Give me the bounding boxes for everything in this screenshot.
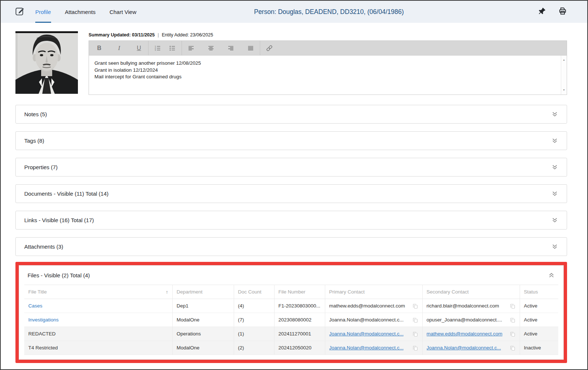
primary-contact-link[interactable]: Joanna.Nolan@modalconnect.c... [329,345,404,351]
copy-icon[interactable] [412,303,418,309]
align-left-button[interactable] [184,41,198,56]
copy-icon[interactable] [412,331,418,337]
copy-icon[interactable] [510,331,516,337]
double-chevron-down-icon[interactable] [552,217,558,223]
link-icon [266,45,273,52]
copy-icon[interactable] [412,317,418,323]
summary-line: Grant seen bullying another prisoner 12/… [94,60,556,67]
files-table-container: File Title↑ Department Doc Count File Nu… [19,285,563,359]
summary-editor: B I U 123 [89,40,567,95]
tab-profile[interactable]: Profile [35,1,51,23]
red-highlight-annotation: Files - Visible (2) Total (4) F [15,262,567,363]
section-notes[interactable]: Notes (5) [15,105,567,124]
doc-count-cell: (7) [238,317,244,323]
summary-text-input[interactable]: Grant seen bullying another prisoner 12/… [89,56,567,95]
double-chevron-down-icon[interactable] [552,191,558,197]
unordered-list-button[interactable] [165,41,180,56]
print-button[interactable] [558,7,567,17]
summary-area: Summary Updated: 03/11/2025|Entity Added… [89,31,567,95]
tab-attachments[interactable]: Attachments [65,1,96,23]
section-tags[interactable]: Tags (8) [15,131,567,150]
file-number-cell: 202308080002 [279,317,312,323]
bold-button[interactable]: B [92,41,107,56]
primary-contact-link[interactable]: Joanna.Nolan@modalconnect.c... [329,331,404,337]
underline-button[interactable]: U [132,41,146,56]
file-title-cell: T4 Restricted [28,345,58,351]
meta-separator: | [158,32,159,38]
edit-compose-icon [15,6,25,18]
secondary-contact-link[interactable]: Joanna.Nolan@modalconnect.c... [427,345,501,351]
department-cell: Dep1 [177,303,189,309]
status-cell: Inactive [524,345,541,351]
align-right-button[interactable] [223,41,238,56]
file-number-cell: F1-20230803000... [279,303,320,309]
status-cell: Active [524,303,538,309]
department-cell: ModalOne [177,317,200,323]
section-files-header[interactable]: Files - Visible (2) Total (4) [19,266,563,285]
section-properties[interactable]: Properties (7) [15,158,567,177]
doc-count-cell: (4) [238,303,244,309]
ordered-list-icon: 123 [154,45,161,52]
copy-icon[interactable] [412,345,418,351]
file-number-cell: 202412050020 [279,345,312,351]
table-row[interactable]: T4 Restricted ModalOne (2) 202412050020 … [24,341,558,355]
file-title-link[interactable]: Investigations [28,317,59,323]
double-chevron-down-icon[interactable] [552,164,558,170]
double-chevron-down-icon[interactable] [552,138,558,144]
doc-count-cell: (1) [238,331,244,337]
justify-button[interactable] [243,41,258,56]
column-header-file-number[interactable]: File Number [274,285,325,299]
column-header-secondary-contact[interactable]: Secondary Contact [422,285,520,299]
top-bar: Profile Attachments Chart View Person: D… [1,1,587,23]
table-row[interactable]: REDACTED Operations (1) 202411270001 Joa… [24,327,558,341]
column-header-file-title[interactable]: File Title↑ [24,285,172,299]
tab-attachments-label: Attachments [65,9,96,15]
section-attachments-label: Attachments (3) [24,243,63,250]
section-documents[interactable]: Documents - Visible (11) Total (14) [15,184,567,203]
editor-scrollbar[interactable]: ▲ ▼ [561,56,567,95]
sort-ascending-icon[interactable]: ↑ [166,289,168,295]
primary-contact-cell: Joanna.Nolan@modalconnect.c... [329,317,404,323]
column-header-doc-count[interactable]: Doc Count [234,285,274,299]
column-header-primary-contact[interactable]: Primary Contact [325,285,422,299]
department-cell: Operations [177,331,201,337]
svg-text:3: 3 [155,49,156,51]
copy-icon[interactable] [510,317,516,323]
page-content: Summary Updated: 03/11/2025|Entity Added… [1,23,587,363]
file-number-cell: 202411270001 [279,331,311,337]
column-header-status[interactable]: Status [520,285,558,299]
align-right-icon [227,45,234,52]
double-chevron-down-icon[interactable] [552,111,558,117]
table-row[interactable]: Investigations ModalOne (7) 202308080002… [24,313,558,327]
copy-icon[interactable] [510,303,516,309]
link-button[interactable] [262,41,277,56]
italic-button[interactable]: I [112,41,126,56]
copy-icon[interactable] [510,345,516,351]
primary-contact-cell: mathew.edds@modalconnect.com [329,303,405,309]
pin-button[interactable] [537,7,547,17]
section-documents-label: Documents - Visible (11) Total (14) [24,191,108,197]
entity-added-label: Entity Added: 23/06/2025 [162,32,213,38]
ordered-list-button[interactable]: 123 [150,41,165,56]
section-links[interactable]: Links - Visible (16) Total (17) [15,211,567,230]
files-table-header-row: File Title↑ Department Doc Count File Nu… [24,285,558,299]
double-chevron-down-icon[interactable] [552,243,558,250]
double-chevron-up-icon[interactable] [548,272,555,278]
scroll-down-icon[interactable]: ▼ [563,87,565,94]
edit-button[interactable] [14,6,25,17]
table-row[interactable]: Cases Dep1 (4) F1-20230803000... mathew.… [24,299,558,313]
toolbar-divider [148,41,148,56]
section-notes-label: Notes (5) [24,111,47,117]
app-window: Profile Attachments Chart View Person: D… [0,0,588,370]
align-center-button[interactable] [204,41,218,56]
secondary-contact-link[interactable]: mathew.edds@modalconnect.com [427,331,503,337]
file-title-link[interactable]: Cases [28,303,42,309]
pushpin-icon [538,7,546,17]
column-header-department[interactable]: Department [172,285,234,299]
secondary-contact-cell: opuser_Joanna@modalconnect.... [427,317,502,323]
tab-chart-view[interactable]: Chart View [110,1,136,23]
status-cell: Active [524,317,538,323]
section-attachments[interactable]: Attachments (3) [15,237,567,256]
page-title: Person: Douglas, DEADEND, DD3210, (06/04… [254,8,404,16]
scroll-up-icon[interactable]: ▲ [563,57,565,64]
